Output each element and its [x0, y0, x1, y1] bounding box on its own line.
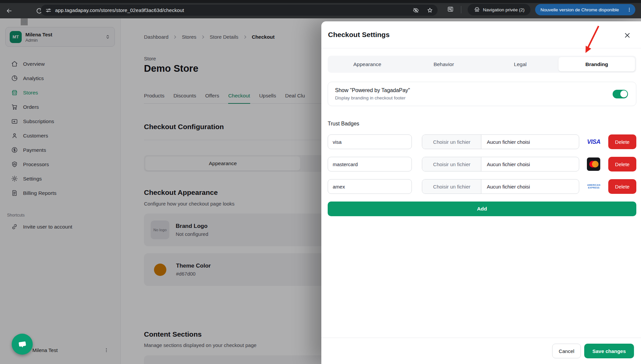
badge-file-input[interactable]: Choisir un fichier Aucun fichier choisi [422, 157, 579, 171]
browser-back-icon[interactable] [6, 7, 13, 14]
browser-toolbar: app.tagadapay.com/stores/store_02ea9f3ac… [0, 0, 641, 18]
powered-by-title: Show "Powered by TagadaPay" [335, 87, 410, 93]
file-status-text: Aucun fichier choisi [481, 184, 530, 190]
modal-body: Appearance Behavior Legal Branding Show … [321, 48, 641, 216]
add-badge-button[interactable]: Add [328, 202, 636, 216]
powered-by-subtitle: Display branding in checkout footer [335, 95, 410, 100]
badge-file-input[interactable]: Choisir un fichier Aucun fichier choisi [422, 134, 579, 149]
choose-file-button[interactable]: Choisir un fichier [422, 157, 481, 171]
browser-forward-icon[interactable] [21, 18, 28, 25]
badge-name-input[interactable] [328, 157, 412, 171]
url-text[interactable]: app.tagadapay.com/stores/store_02ea9f3ac… [55, 7, 184, 13]
trust-badges-label: Trust Badges [328, 121, 636, 127]
amex-logo: AMERICANEXPRESS [579, 184, 608, 190]
screen: app.tagadapay.com/stores/store_02ea9f3ac… [0, 0, 641, 364]
tab-behavior[interactable]: Behavior [406, 57, 482, 71]
toolbar-separator [461, 6, 461, 13]
tab-appearance[interactable]: Appearance [329, 57, 406, 71]
file-status-text: Aucun fichier choisi [481, 161, 530, 167]
delete-badge-button[interactable]: Delete [608, 134, 636, 149]
eye-off-icon[interactable] [413, 7, 419, 14]
modal-footer: Cancel Save changes [321, 338, 641, 364]
browser-menu-icon[interactable] [627, 7, 632, 12]
mastercard-logo [579, 157, 608, 171]
delete-badge-button[interactable]: Delete [608, 179, 636, 194]
file-status-text: Aucun fichier choisi [481, 139, 530, 145]
incognito-badge[interactable]: Navigation privée (2) [468, 4, 530, 15]
chat-icon [17, 339, 27, 349]
incognito-icon [474, 6, 480, 13]
trust-badge-row: Choisir un fichier Aucun fichier choisi … [328, 157, 636, 171]
badge-file-input[interactable]: Choisir un fichier Aucun fichier choisi [422, 179, 579, 194]
visa-logo: VISA [579, 138, 608, 145]
badge-name-input[interactable] [328, 134, 412, 149]
trust-badge-row: Choisir un fichier Aucun fichier choisi … [328, 179, 636, 194]
powered-by-setting: Show "Powered by TagadaPay" Display bran… [328, 82, 636, 106]
tab-branding[interactable]: Branding [558, 57, 635, 71]
bookmark-star-icon[interactable] [427, 7, 433, 14]
checkout-settings-modal: Checkout Settings Appearance Behavior Le… [321, 21, 641, 364]
save-changes-button[interactable]: Save changes [584, 344, 634, 358]
chrome-update-label: Nouvelle version de Chrome disponible [540, 7, 619, 12]
chat-launcher-button[interactable] [12, 334, 33, 355]
window-top-strip [0, 0, 641, 3]
site-settings-icon[interactable] [45, 7, 52, 14]
incognito-label: Navigation privée (2) [483, 7, 525, 12]
delete-badge-button[interactable]: Delete [608, 157, 636, 171]
modal-header: Checkout Settings [321, 21, 641, 48]
powered-by-toggle[interactable] [613, 90, 628, 98]
choose-file-button[interactable]: Choisir un fichier [422, 179, 481, 194]
side-panel-search-icon[interactable] [447, 6, 454, 13]
close-icon[interactable] [624, 32, 631, 39]
modal-title: Checkout Settings [328, 31, 389, 39]
settings-tabs: Appearance Behavior Legal Branding [328, 56, 636, 73]
tab-legal[interactable]: Legal [482, 57, 558, 71]
cancel-button[interactable]: Cancel [552, 344, 581, 358]
badge-name-input[interactable] [328, 179, 412, 194]
address-bar[interactable]: app.tagadapay.com/stores/store_02ea9f3ac… [41, 5, 438, 16]
toggle-knob [620, 90, 627, 97]
chrome-update-button[interactable]: Nouvelle version de Chrome disponible [535, 4, 635, 15]
choose-file-button[interactable]: Choisir un fichier [422, 135, 481, 149]
trust-badge-row: Choisir un fichier Aucun fichier choisi … [328, 134, 636, 149]
